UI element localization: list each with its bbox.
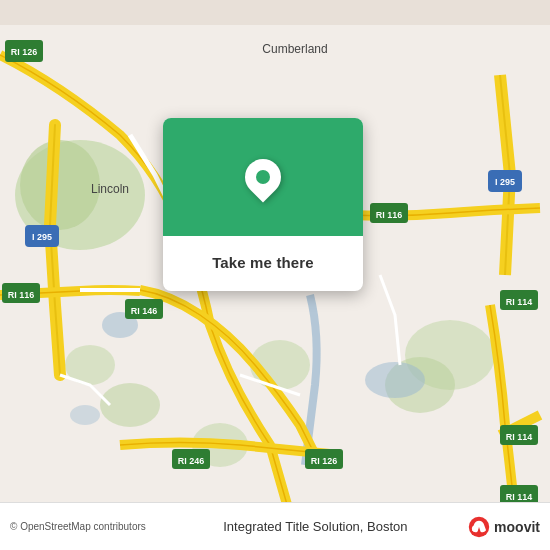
map-container: I 295 I 295 RI 126 RI 116 RI 116 RI 146 … (0, 0, 550, 550)
svg-text:I 295: I 295 (495, 177, 515, 187)
osm-attribution: © OpenStreetMap contributors (10, 521, 163, 532)
popup-card: Take me there (163, 118, 363, 291)
svg-text:RI 126: RI 126 (311, 456, 338, 466)
take-me-there-button[interactable]: Take me there (177, 246, 349, 279)
popup-header (163, 118, 363, 236)
svg-text:RI 246: RI 246 (178, 456, 205, 466)
svg-text:RI 116: RI 116 (8, 290, 35, 300)
svg-text:RI 114: RI 114 (506, 492, 533, 502)
footer-title: Integrated Title Solution, Boston (163, 519, 468, 534)
popup-button-area: Take me there (163, 236, 363, 291)
location-pin-icon (238, 152, 289, 203)
moovit-logo: moovit (468, 516, 540, 538)
moovit-text: moovit (494, 519, 540, 535)
svg-text:RI 114: RI 114 (506, 297, 533, 307)
svg-text:I 295: I 295 (32, 232, 52, 242)
moovit-icon (468, 516, 490, 538)
svg-text:RI 116: RI 116 (376, 210, 403, 220)
svg-text:RI 126: RI 126 (11, 47, 38, 57)
svg-point-2 (20, 140, 100, 230)
svg-text:RI 146: RI 146 (131, 306, 158, 316)
svg-point-9 (365, 362, 425, 398)
svg-text:Cumberland: Cumberland (262, 42, 327, 56)
bottom-bar: © OpenStreetMap contributors Integrated … (0, 502, 550, 550)
svg-point-11 (70, 405, 100, 425)
svg-text:RI 114: RI 114 (506, 432, 533, 442)
svg-text:Lincoln: Lincoln (91, 182, 129, 196)
